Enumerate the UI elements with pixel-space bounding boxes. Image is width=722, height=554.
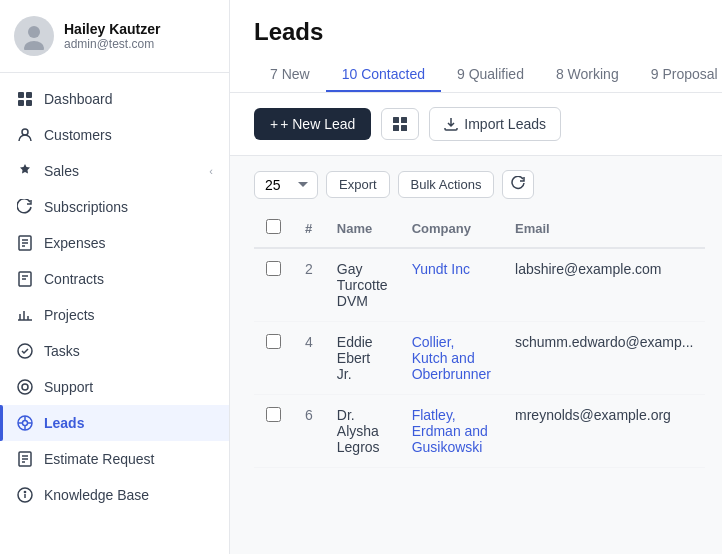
sidebar-item-tasks[interactable]: Tasks [0,333,229,369]
sidebar-item-expenses[interactable]: Expenses [0,225,229,261]
sidebar-label-leads: Leads [44,415,84,431]
svg-rect-5 [26,100,32,106]
toolbar: + + New Lead Import Leads [230,93,722,156]
tab-proposal[interactable]: 9 Proposal Se... [635,58,722,92]
tab-contacted[interactable]: 10 Contacted [326,58,441,92]
sidebar-item-projects[interactable]: Projects [0,297,229,333]
row-name-1: Gay Turcotte DVM [325,248,400,322]
svg-point-0 [28,26,40,38]
svg-rect-2 [18,92,24,98]
refresh-icon [511,176,525,190]
row-id-3: 6 [293,395,325,468]
sidebar-item-estimate-request[interactable]: Estimate Request [0,441,229,477]
sales-chevron-icon: ‹ [209,165,213,177]
row-company-3: Flatley, Erdman and Gusikowski [400,395,503,468]
sidebar-item-sales[interactable]: Sales ‹ [0,153,229,189]
sidebar-label-knowledge-base: Knowledge Base [44,487,149,503]
sidebar-label-subscriptions: Subscriptions [44,199,128,215]
svg-rect-35 [401,117,407,123]
svg-rect-36 [393,125,399,131]
navigation: Dashboard Customers Sales ‹ Subscription… [0,73,229,554]
row-name-2: Eddie Ebert Jr. [325,322,400,395]
tab-new[interactable]: 7 New [254,58,326,92]
customers-icon [16,126,34,144]
user-info: Hailey Kautzer admin@test.com [64,21,160,51]
refresh-button[interactable] [502,170,534,199]
sidebar-label-estimate-request: Estimate Request [44,451,155,467]
sales-icon [16,162,34,180]
user-card: Hailey Kautzer admin@test.com [0,0,229,73]
leads-icon [16,414,34,432]
row-checkbox-2[interactable] [266,334,281,349]
new-lead-button[interactable]: + + New Lead [254,108,371,140]
import-leads-button[interactable]: Import Leads [429,107,561,141]
row-company-1: Yundt Inc [400,248,503,322]
tab-qualified[interactable]: 9 Qualified [441,58,540,92]
tasks-icon [16,342,34,360]
dashboard-icon [16,90,34,108]
row-checkbox-3[interactable] [266,407,281,422]
sidebar-label-expenses: Expenses [44,235,105,251]
row-name-3: Dr. Alysha Legros [325,395,400,468]
svg-rect-34 [393,117,399,123]
plus-icon: + [270,116,278,132]
user-name: Hailey Kautzer [64,21,160,37]
row-id-2: 4 [293,322,325,395]
svg-point-22 [23,421,28,426]
table-section: 25 50 100 Export Bulk Actions # Name Com… [230,156,722,554]
svg-rect-37 [401,125,407,131]
sidebar-label-dashboard: Dashboard [44,91,113,107]
company-link-2[interactable]: Collier, Kutch and Oberbrunner [412,334,491,382]
row-company-2: Collier, Kutch and Oberbrunner [400,322,503,395]
subscriptions-icon [16,198,34,216]
knowledge-base-icon [16,486,34,504]
svg-point-6 [22,129,28,135]
sidebar-item-contracts[interactable]: Contracts [0,261,229,297]
sidebar-label-customers: Customers [44,127,112,143]
projects-icon [16,306,34,324]
grid-view-button[interactable] [381,108,419,140]
sidebar-item-dashboard[interactable]: Dashboard [0,81,229,117]
table-row: 2 Gay Turcotte DVM Yundt Inc labshire@ex… [254,248,705,322]
sidebar-item-customers[interactable]: Customers [0,117,229,153]
sidebar-label-tasks: Tasks [44,343,80,359]
grid-icon [392,116,408,132]
bulk-actions-button[interactable]: Bulk Actions [398,171,495,198]
svg-point-33 [24,491,25,492]
sidebar-label-contracts: Contracts [44,271,104,287]
company-link-1[interactable]: Yundt Inc [412,261,470,277]
page-title: Leads [254,18,698,46]
expenses-icon [16,234,34,252]
select-all-checkbox[interactable] [266,219,281,234]
sidebar-item-knowledge-base[interactable]: Knowledge Base [0,477,229,513]
row-email-1: labshire@example.com [503,248,705,322]
svg-rect-4 [18,100,24,106]
import-icon [444,117,458,131]
table-row: 4 Eddie Ebert Jr. Collier, Kutch and Obe… [254,322,705,395]
sidebar: Hailey Kautzer admin@test.com Dashboard … [0,0,230,554]
avatar [14,16,54,56]
sidebar-label-support: Support [44,379,93,395]
row-id-1: 2 [293,248,325,322]
row-email-2: schumm.edwardo@examp... [503,322,705,395]
sidebar-label-projects: Projects [44,307,95,323]
per-page-select[interactable]: 25 50 100 [254,171,318,199]
col-header-num: # [293,209,325,248]
sidebar-item-leads[interactable]: Leads [0,405,229,441]
sidebar-item-support[interactable]: Support [0,369,229,405]
tab-working[interactable]: 8 Working [540,58,635,92]
export-button[interactable]: Export [326,171,390,198]
col-header-name: Name [325,209,400,248]
user-email: admin@test.com [64,37,160,51]
row-checkbox-1[interactable] [266,261,281,276]
sidebar-label-sales: Sales [44,163,79,179]
estimate-request-icon [16,450,34,468]
svg-point-1 [24,41,44,50]
company-link-3[interactable]: Flatley, Erdman and Gusikowski [412,407,488,455]
svg-point-20 [22,384,28,390]
sidebar-item-subscriptions[interactable]: Subscriptions [0,189,229,225]
col-header-company: Company [400,209,503,248]
svg-point-19 [18,380,32,394]
col-header-email: Email [503,209,705,248]
table-row: 6 Dr. Alysha Legros Flatley, Erdman and … [254,395,705,468]
